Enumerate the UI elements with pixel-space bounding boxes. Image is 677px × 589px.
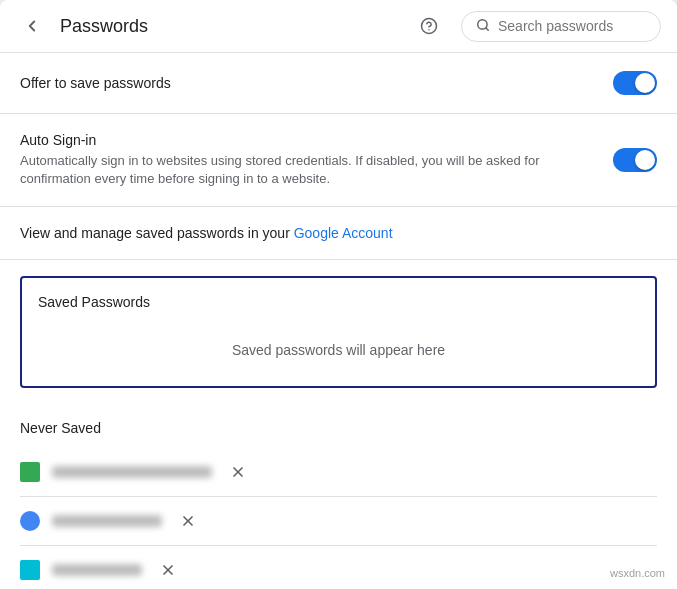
- auto-signin-toggle[interactable]: [613, 148, 657, 172]
- remove-button-3[interactable]: [154, 556, 182, 584]
- google-account-link[interactable]: Google Account: [294, 225, 393, 241]
- back-button[interactable]: [16, 10, 48, 42]
- auto-signin-track[interactable]: [613, 148, 657, 172]
- saved-passwords-title: Saved Passwords: [38, 294, 639, 310]
- list-item: [20, 497, 657, 546]
- never-saved-title: Never Saved: [20, 420, 657, 436]
- saved-passwords-section: Saved Passwords Saved passwords will app…: [20, 276, 657, 388]
- site-url-3: [52, 564, 142, 576]
- help-button[interactable]: [413, 10, 445, 42]
- search-bar[interactable]: [461, 11, 661, 42]
- list-item: [20, 546, 657, 589]
- site-favicon-1: [20, 462, 40, 482]
- manage-text: View and manage saved passwords in your: [20, 225, 294, 241]
- never-saved-section: Never Saved: [0, 404, 677, 589]
- content-area: Offer to save passwords Auto Sign-in Aut…: [0, 53, 677, 589]
- site-favicon-3: [20, 560, 40, 580]
- manage-row: View and manage saved passwords in your …: [0, 207, 677, 260]
- site-url-1: [52, 466, 212, 478]
- offer-save-thumb: [635, 73, 655, 93]
- auto-signin-description: Automatically sign in to websites using …: [20, 152, 600, 188]
- list-item: [20, 448, 657, 497]
- auto-signin-section: Auto Sign-in Automatically sign in to we…: [0, 114, 677, 207]
- offer-save-label: Offer to save passwords: [20, 75, 171, 91]
- saved-passwords-empty-message: Saved passwords will appear here: [38, 330, 639, 370]
- offer-save-row: Offer to save passwords: [20, 71, 657, 95]
- auto-signin-label: Auto Sign-in: [20, 132, 600, 148]
- header: Passwords: [0, 0, 677, 53]
- site-favicon-2: [20, 511, 40, 531]
- auto-signin-row: Auto Sign-in Automatically sign in to we…: [20, 132, 657, 188]
- remove-button-1[interactable]: [224, 458, 252, 486]
- remove-button-2[interactable]: [174, 507, 202, 535]
- auto-signin-thumb: [635, 150, 655, 170]
- offer-save-section: Offer to save passwords: [0, 53, 677, 114]
- offer-save-toggle[interactable]: [613, 71, 657, 95]
- auto-signin-text: Auto Sign-in Automatically sign in to we…: [20, 132, 600, 188]
- offer-save-track[interactable]: [613, 71, 657, 95]
- passwords-window: Passwords: [0, 0, 677, 589]
- search-input[interactable]: [498, 18, 646, 34]
- site-url-2: [52, 515, 162, 527]
- search-icon: [476, 18, 490, 35]
- svg-line-3: [486, 27, 489, 30]
- header-actions: [413, 10, 661, 42]
- page-title: Passwords: [60, 16, 401, 37]
- watermark: wsxdn.com: [606, 565, 669, 581]
